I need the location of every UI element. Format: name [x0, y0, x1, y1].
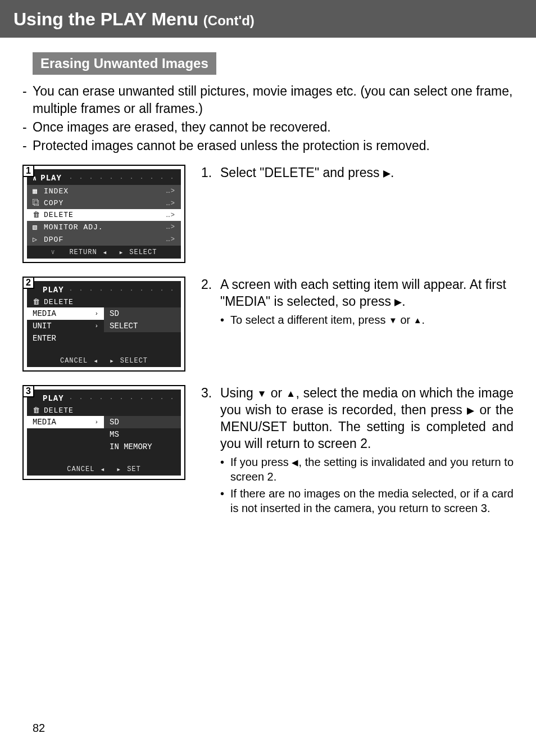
trash-icon: 🗑 [33, 298, 40, 306]
lcd-pair-right: MS [104, 428, 181, 441]
lcd-pair-left: MEDIA [33, 309, 56, 318]
lcd-item: INDEX [44, 187, 166, 196]
lcd-foot-right: SELECT [129, 248, 157, 256]
down-triangle-icon [389, 314, 397, 326]
dpof-icon: ▷ [33, 235, 44, 244]
header-subtitle: (Cont'd) [203, 13, 255, 28]
lcd-foot-left: CANCEL [60, 357, 88, 365]
lcd-foot-right: SET [127, 465, 141, 473]
screenshot-3: 3 PLAY· · · · · · · · · · · 🗑DELETE MEDI… [22, 385, 185, 480]
screenshot-2: 2 PLAY· · · · · · · · · · · 🗑DELETE MEDI… [22, 277, 185, 372]
left-triangle-icon [292, 456, 298, 468]
lcd-foot-right: SELECT [120, 357, 148, 365]
step-1-text: 1. Select "DELETE" and press . [201, 165, 514, 182]
page-header: Using the PLAY Menu (Cont'd) [0, 0, 536, 38]
step-number: 3. [201, 385, 220, 452]
trash-icon: 🗑 [33, 406, 40, 415]
up-triangle-icon [414, 314, 422, 326]
right-triangle-icon [383, 165, 390, 180]
screenshot-number: 3 [22, 385, 34, 397]
page-number: 82 [33, 722, 45, 735]
lcd-subhead: DELETE [44, 406, 74, 415]
lcd-title: PLAY [43, 286, 64, 295]
intro-item: You can erase unwanted still pictures, m… [33, 83, 514, 117]
index-icon: ▦ [33, 187, 44, 196]
intro-list: -You can erase unwanted still pictures, … [22, 83, 514, 155]
lcd-pair-right: SELECT [104, 320, 181, 332]
header-title: Using the PLAY Menu [13, 9, 198, 29]
step-row-3: 3 PLAY· · · · · · · · · · · 🗑DELETE MEDI… [22, 385, 514, 515]
lcd-title: PLAY [43, 394, 64, 403]
step-row-1: 1 ∧PLAY· · · · · · · · · · · ▦INDEX…> ⿻C… [22, 165, 514, 263]
lcd-title: PLAY [40, 174, 62, 183]
up-triangle-icon [286, 386, 296, 400]
lcd-pair-left: UNIT [33, 322, 52, 331]
lcd-item: MONITOR ADJ. [44, 223, 166, 232]
lcd-pair-left: ENTER [33, 334, 56, 343]
lcd-pair-right: SD [104, 307, 181, 320]
step-number: 1. [201, 165, 220, 182]
lcd-pair-left: MEDIA [33, 418, 56, 427]
screenshot-number: 2 [22, 277, 34, 289]
screenshot-1: 1 ∧PLAY· · · · · · · · · · · ▦INDEX…> ⿻C… [22, 165, 185, 263]
screenshot-number: 1 [22, 165, 34, 177]
right-triangle-icon [467, 402, 475, 417]
trash-icon: 🗑 [33, 211, 44, 219]
step-3-text: 3. Using or , select the media on which … [201, 385, 514, 515]
step-2-text: 2. A screen with each setting item will … [201, 277, 514, 327]
intro-item: Protected images cannot be erased unless… [33, 137, 514, 155]
lcd-item: DPOF [44, 236, 166, 244]
lcd-item-selected: DELETE [44, 211, 166, 219]
copy-icon: ⿻ [33, 199, 44, 207]
section-title: Erasing Unwanted Images [33, 52, 216, 75]
lcd-pair-right: SD [104, 416, 181, 428]
lcd-subhead: DELETE [44, 298, 74, 306]
step-number: 2. [201, 277, 220, 310]
lcd-pair-right: IN MEMORY [104, 441, 181, 453]
lcd-item: COPY [44, 199, 166, 207]
down-triangle-icon [257, 386, 267, 400]
step-row-2: 2 PLAY· · · · · · · · · · · 🗑DELETE MEDI… [22, 277, 514, 372]
monitor-icon: ▧ [33, 223, 44, 232]
intro-item: Once images are erased, they cannot be r… [33, 119, 514, 136]
lcd-foot-left: RETURN [69, 248, 97, 256]
right-triangle-icon [394, 294, 402, 309]
lcd-foot-left: CANCEL [67, 465, 94, 473]
